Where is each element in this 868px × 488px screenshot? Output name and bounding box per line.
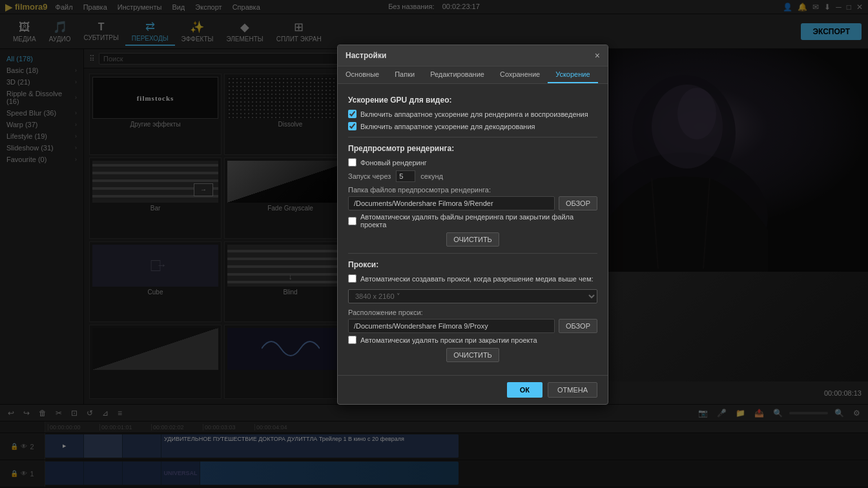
launch-after-row: Запуск через секунд [348,170,597,182]
proxy-resolution-select[interactable]: 3840 x 2160 ˅ [348,289,597,303]
tab-acceleration[interactable]: Ускорение [548,66,597,83]
settings-dialog: Настройки × Основные Папки Редактировани… [337,45,608,405]
gpu-section-title: Ускорение GPU для видео: [348,96,597,105]
tab-folders[interactable]: Папки [387,66,422,83]
auto-delete-proxy-label: Автоматически удалять прокси при закрыти… [360,336,537,344]
settings-dialog-overlay: Настройки × Основные Папки Редактировани… [0,0,868,488]
background-render-checkbox[interactable] [348,158,356,167]
dialog-header: Настройки × [338,45,608,66]
dialog-body: Ускорение GPU для видео: Включить аппара… [338,84,608,375]
auto-proxy-checkbox[interactable] [348,274,356,283]
divider-1 [348,137,597,137]
dialog-close-button[interactable]: × [595,50,600,61]
divider-2 [348,253,597,254]
auto-proxy-label: Автоматически создавать прокси, когда ра… [360,275,594,283]
dialog-tabs: Основные Папки Редактирование Сохранение… [338,66,608,84]
clear-render-button[interactable]: ОЧИСТИТЬ [446,232,499,247]
auto-delete-proxy-checkbox[interactable] [348,336,356,344]
preview-folder-label: Папка файлов предпросмотра рендеринга: [348,186,597,194]
auto-delete-render-row: Автоматически удалять файлы рендеринга п… [348,213,597,229]
gpu-checkbox-1-row: Включить аппаратное ускорение для рендер… [348,110,597,118]
auto-proxy-row: Автоматически создавать прокси, когда ра… [348,274,597,283]
tab-editing[interactable]: Редактирование [422,66,492,83]
cancel-button[interactable]: ОТМЕНА [548,382,597,398]
preview-folder-row: ОБЗОР [348,196,597,210]
browse-proxy-button[interactable]: ОБЗОР [559,319,597,333]
gpu-checkbox-2-row: Включить аппаратное ускорение для декоди… [348,122,597,130]
clear-proxy-button[interactable]: ОЧИСТИТЬ [446,348,499,362]
gpu-checkbox-1-label: Включить аппаратное ускорение для рендер… [360,110,588,118]
gpu-checkbox-2-label: Включить аппаратное ускорение для декоди… [360,123,535,130]
launch-after-label: Запуск через [348,172,391,180]
launch-after-suffix: секунд [420,172,443,180]
tab-basic[interactable]: Основные [338,66,387,83]
gpu-checkbox-1[interactable] [348,110,356,118]
bg-render-row: Фоновый рендеринг [348,158,597,167]
preview-folder-input[interactable] [348,196,555,210]
proxy-location-label: Расположение прокси: [348,309,597,316]
gpu-checkbox-2[interactable] [348,122,356,130]
launch-after-input[interactable] [396,170,415,182]
browse-render-button[interactable]: ОБЗОР [559,196,597,210]
proxy-folder-row: ОБЗОР [348,319,597,333]
render-section-title: Предпросмотр рендеринга: [348,144,597,153]
dialog-title: Настройки [346,51,386,60]
bg-render-label: Фоновый рендеринг [360,159,427,167]
ok-button[interactable]: ОК [507,382,542,398]
proxy-folder-input[interactable] [348,319,555,333]
proxy-section-title: Прокси: [348,260,597,269]
dialog-footer: ОК ОТМЕНА [338,375,608,404]
auto-delete-render-checkbox[interactable] [348,217,356,225]
auto-delete-render-label: Автоматически удалять файлы рендеринга п… [360,213,597,229]
auto-delete-proxy-row: Автоматически удалять прокси при закрыти… [348,336,597,344]
tab-saving[interactable]: Сохранение [492,66,548,83]
